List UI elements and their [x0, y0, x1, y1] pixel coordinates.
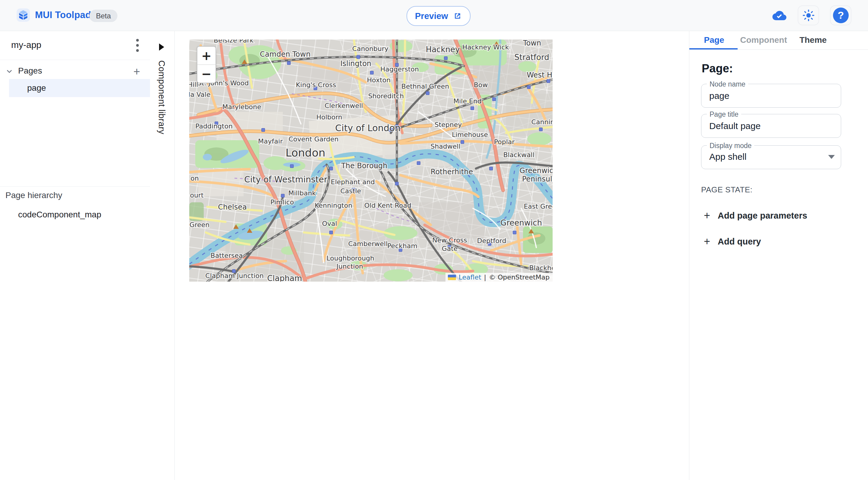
preview-button[interactable]: Preview — [406, 6, 470, 26]
map-place-label: Mile End — [453, 97, 482, 105]
inspector-panel: Page Component Theme Page: Node name Pag… — [689, 31, 868, 480]
add-page-parameters-button[interactable]: + Add page parameters — [704, 209, 807, 222]
station-marker — [417, 162, 421, 165]
active-tab-indicator — [689, 48, 738, 49]
add-query-label: Add query — [718, 237, 761, 247]
editor-canvas: Belsize ParkCamden TownCanonburyIslingto… — [175, 31, 689, 480]
explorer-sidebar: my-app Pages + page Page hierarchy codeC… — [0, 31, 150, 480]
node-name-input[interactable] — [702, 84, 841, 107]
help-icon: ? — [832, 7, 849, 24]
map-place-label: Bow — [474, 81, 488, 89]
hierarchy-item-codecomponent-map[interactable]: codeComponent_map — [18, 210, 101, 219]
station-marker — [527, 85, 531, 89]
zoom-in-button[interactable]: + — [197, 47, 216, 65]
map-place-label: Deptford — [477, 237, 506, 244]
map-place-label: da Vale — [189, 91, 210, 98]
component-library-label: Component library — [157, 60, 166, 134]
plus-icon: + — [704, 235, 710, 248]
toolpad-logo — [17, 8, 30, 22]
station-marker — [290, 165, 294, 168]
station-marker — [357, 56, 360, 59]
map-place-label: City of Westminster — [244, 175, 328, 184]
map-place-label: Peckham — [387, 242, 417, 250]
divider — [0, 60, 150, 60]
display-mode-value: App shell — [709, 152, 746, 162]
theme-toggle-button[interactable] — [798, 5, 819, 25]
display-mode-field[interactable]: Display mode App shell — [701, 145, 841, 169]
map-place-label: Islington — [340, 59, 372, 68]
page-title-field: Page title — [701, 114, 841, 138]
map-place-label: Poplar — [494, 138, 515, 146]
preview-button-label: Preview — [415, 11, 448, 21]
map-place-label: Haggerston — [380, 65, 419, 73]
station-marker — [547, 79, 550, 83]
add-query-button[interactable]: + Add query — [704, 235, 761, 248]
expand-arrow-icon — [159, 43, 164, 50]
map-place-label: East Gree — [524, 203, 553, 210]
map-place-label: Kennington — [315, 202, 352, 209]
map-place-label: Millbank — [288, 190, 316, 197]
station-marker — [490, 167, 493, 170]
map-place-label: Covent Garden — [288, 135, 339, 143]
map-place-label: Clapham Junction — [205, 272, 264, 279]
leaflet-link[interactable]: Leaflet — [459, 273, 482, 281]
map-place-label: Hackney — [426, 45, 460, 54]
display-mode-label: Display mode — [707, 142, 754, 150]
map-place-label: Blackwall — [503, 151, 534, 159]
map-place-label: Junction — [336, 263, 363, 270]
pages-section-row: Pages + — [0, 63, 150, 79]
station-marker — [262, 129, 265, 132]
map-place-label: Limehouse — [452, 131, 488, 138]
map-place-label: Oval — [322, 220, 337, 227]
map-place-label: Elephant and — [331, 178, 375, 186]
map-place-label: Mayfair — [258, 137, 283, 145]
attribution-divider: | — [484, 273, 486, 281]
map-place-label: Marylebone — [222, 103, 261, 111]
station-marker — [281, 194, 285, 198]
sidebar-item-page[interactable]: page — [9, 79, 150, 97]
ukraine-flag-icon — [448, 275, 456, 280]
map-attribution: Leaflet | © OpenStreetMap — [445, 273, 553, 282]
map-place-label: Clerkenwell — [324, 102, 363, 109]
map-place-label: Pimlico — [271, 198, 294, 206]
page-title-input[interactable] — [702, 114, 841, 137]
map-place-label: Shadwell — [430, 143, 460, 150]
map-place-label: Green — [189, 221, 210, 229]
map-place-label: Stepney — [435, 121, 462, 129]
map-place-label: Gate — [442, 245, 458, 252]
map-place-label: Blackhe — [529, 264, 553, 272]
zoom-out-button[interactable]: − — [197, 65, 216, 82]
station-marker — [370, 71, 374, 74]
app-menu-kebab-icon[interactable] — [130, 37, 145, 53]
map-place-label: Shoreditch — [368, 92, 404, 100]
cloud-saved-icon — [772, 10, 787, 21]
tab-theme[interactable]: Theme — [788, 31, 838, 49]
app-name: my-app — [11, 40, 41, 50]
map-place-label: Greenwich — [500, 218, 542, 227]
map-place-label: New Cross — [432, 236, 467, 244]
component-library-strip[interactable]: Component library — [150, 31, 175, 480]
page-state-label: PAGE STATE: — [701, 185, 752, 195]
map-place-label: Hoxton — [367, 76, 391, 84]
add-page-button[interactable]: + — [130, 65, 144, 78]
map-place-label: Stratford — [514, 53, 549, 62]
tab-page[interactable]: Page — [689, 31, 739, 49]
map-place-label: Holborn — [316, 113, 342, 121]
london-map[interactable]: Belsize ParkCamden TownCanonburyIslingto… — [189, 39, 553, 282]
map-place-label: Camden Town — [260, 50, 311, 59]
svg-text:?: ? — [838, 9, 844, 21]
map-place-label: on — [190, 175, 198, 182]
station-marker — [513, 231, 517, 234]
dropdown-caret-icon — [828, 155, 835, 159]
map-place-label: ourt — [190, 192, 204, 199]
chevron-down-icon[interactable] — [4, 66, 14, 77]
map-place-label: Castle — [340, 187, 361, 195]
map-place-label: Loughborough — [327, 254, 374, 262]
map-place-label: Canonbury — [352, 45, 389, 53]
node-name-field: Node name — [701, 84, 841, 108]
app-header: MUI Toolpad Beta Preview ? — [0, 0, 868, 31]
tab-component[interactable]: Component — [739, 31, 788, 49]
station-marker — [395, 182, 399, 185]
help-button[interactable]: ? — [830, 5, 851, 25]
map-place-label: Bethnal Green — [401, 82, 449, 90]
